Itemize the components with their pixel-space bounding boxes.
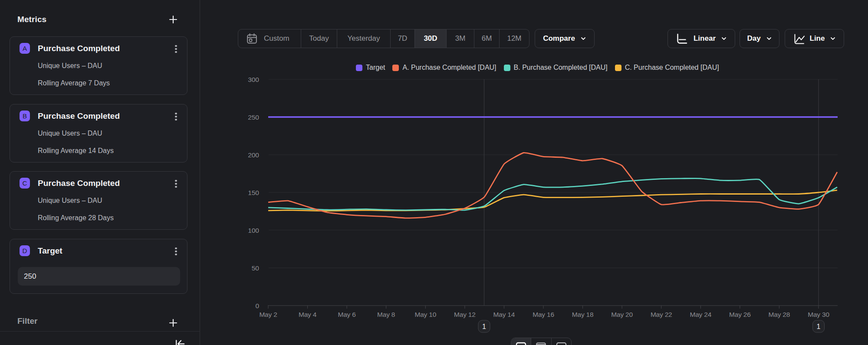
svg-text:May 30: May 30 (808, 311, 829, 318)
svg-text:1: 1 (482, 323, 486, 330)
svg-text:50: 50 (252, 264, 260, 272)
svg-text:May 10: May 10 (414, 311, 436, 318)
svg-text:100: 100 (248, 227, 259, 234)
svg-text:May 20: May 20 (611, 311, 633, 318)
svg-text:May 14: May 14 (493, 311, 515, 318)
svg-text:May 24: May 24 (690, 311, 711, 318)
svg-text:May 18: May 18 (572, 311, 594, 318)
svg-text:200: 200 (248, 151, 259, 159)
svg-text:1: 1 (817, 323, 821, 330)
svg-text:150: 150 (248, 189, 259, 196)
svg-text:May 16: May 16 (533, 311, 554, 318)
svg-text:May 4: May 4 (299, 311, 317, 318)
svg-text:May 26: May 26 (729, 311, 751, 318)
svg-text:300: 300 (248, 76, 259, 83)
svg-text:May 2: May 2 (259, 311, 277, 318)
svg-text:May 28: May 28 (769, 311, 790, 318)
svg-text:May 8: May 8 (377, 311, 395, 318)
svg-text:May 6: May 6 (338, 311, 355, 318)
svg-text:May 22: May 22 (651, 311, 672, 318)
svg-text:May 12: May 12 (454, 311, 476, 318)
svg-text:250: 250 (248, 114, 259, 121)
svg-text:0: 0 (255, 302, 259, 309)
